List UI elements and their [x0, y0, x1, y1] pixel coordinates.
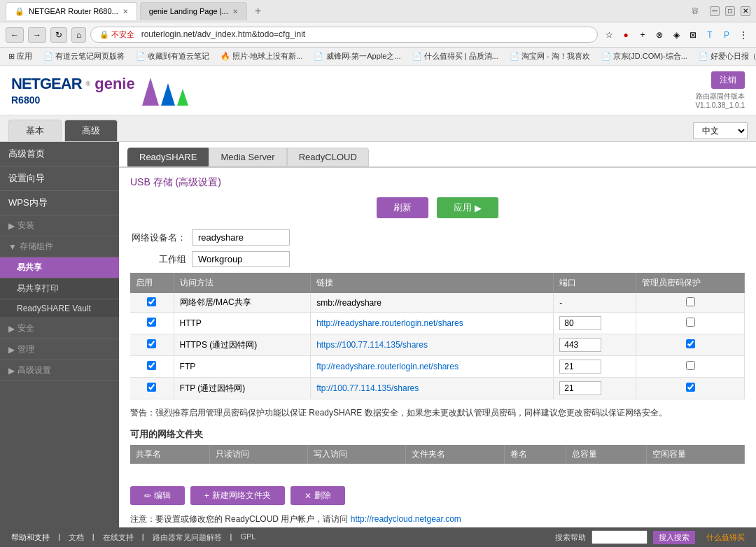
- model-number: R6800: [11, 94, 135, 106]
- protect-http[interactable]: [686, 318, 695, 327]
- minimize-button[interactable]: ─: [710, 6, 720, 16]
- footer-link-docs[interactable]: 文档: [69, 532, 84, 543]
- edit-folder-button[interactable]: ✏ 编辑: [130, 486, 185, 505]
- protect-ftp-wan[interactable]: [686, 383, 695, 392]
- device-name-input[interactable]: [192, 229, 290, 246]
- address-bar[interactable]: 🔒 不安全 routerlogin.net/adv_index.htm&todo…: [90, 27, 598, 43]
- bookmark-apps[interactable]: ⊞ 应用: [6, 50, 35, 63]
- bookmark-8[interactable]: 📄 好爱心日报（QDaily...: [696, 50, 756, 63]
- footer-sep-4: |: [230, 532, 232, 543]
- sidebar-section-security[interactable]: ▶安全: [0, 318, 119, 339]
- protect-ftp[interactable]: [686, 361, 695, 370]
- bookmark-6[interactable]: 📄 淘宝网 - 淘！我喜欢: [507, 50, 593, 63]
- nav-icons: ☆ ● + ⊗ ◈ ⊠ T P ⋮: [602, 28, 750, 42]
- menu-icon[interactable]: ⋮: [736, 28, 750, 42]
- col-protection: 管理员密码保护: [636, 273, 745, 293]
- tab-basic[interactable]: 基本: [8, 120, 62, 141]
- refresh-button[interactable]: 刷新: [377, 197, 428, 218]
- delete-folder-button[interactable]: ✕ 删除: [290, 486, 345, 505]
- netgear-logo: NETGEAR ® genie R6800: [11, 75, 135, 106]
- close-tab-1[interactable]: ✕: [232, 8, 238, 15]
- footer-search-label: 搜索帮助: [555, 532, 586, 543]
- close-tab-0[interactable]: ✕: [122, 8, 128, 15]
- section-title[interactable]: USB 存储 (高级设置): [130, 176, 745, 189]
- cb-smb[interactable]: [147, 297, 156, 306]
- col-port: 端口: [554, 273, 636, 293]
- bookmark-3[interactable]: 🔥 照片·地球上没有新...: [218, 50, 305, 63]
- cb-ftp[interactable]: [147, 361, 156, 370]
- apply-button[interactable]: 应用 ▶: [437, 197, 498, 218]
- port-https[interactable]: [559, 338, 601, 352]
- sub-tab-readycloud[interactable]: ReadyCLOUD: [287, 148, 369, 166]
- nav-icon-3[interactable]: ◈: [669, 28, 683, 42]
- cb-http[interactable]: [147, 318, 156, 327]
- home-button[interactable]: ⌂: [71, 27, 86, 43]
- pinterest-icon[interactable]: ●: [619, 28, 633, 42]
- language-select[interactable]: 中文 English: [693, 122, 748, 139]
- bookmark-5[interactable]: 📄 什么值得买 | 品质消...: [410, 50, 501, 63]
- link-ftp-wan[interactable]: ftp://100.77.114.135/shares: [311, 378, 554, 399]
- sidebar-sub-print[interactable]: 易共享打印: [0, 278, 119, 299]
- close-button[interactable]: ✕: [741, 6, 750, 16]
- sidebar: 高级首页 设置向导 WPS内导 ▶安装 ▼存储组件 易共享 易共享打印 Read…: [0, 142, 119, 527]
- tab-advanced[interactable]: 高级: [64, 120, 118, 141]
- cb-ftp-wan[interactable]: [147, 383, 156, 392]
- new-tab-button[interactable]: +: [250, 3, 267, 20]
- sidebar-sub-vault[interactable]: ReadySHARE Vault: [0, 299, 119, 318]
- footer-sep-1: |: [58, 532, 60, 543]
- sidebar-section-advanced[interactable]: ▶高级设置: [0, 360, 119, 381]
- nav-icon-6[interactable]: P: [720, 28, 734, 42]
- col-link: 链接: [311, 273, 554, 293]
- sidebar-section-manage[interactable]: ▶管理: [0, 339, 119, 360]
- nav-icon-2[interactable]: ⊗: [652, 28, 666, 42]
- bookmark-4[interactable]: 📄 威锋网-第一Apple之...: [311, 50, 403, 63]
- sidebar-section-install[interactable]: ▶安装: [0, 215, 119, 236]
- tab-inactive[interactable]: genie Landing Page |... ✕: [140, 2, 247, 20]
- page-content: NETGEAR ® genie R6800 注销: [0, 66, 756, 547]
- tri-blue: [161, 83, 175, 106]
- sub-tab-readyshare[interactable]: ReadySHARE: [127, 148, 209, 166]
- tab-active[interactable]: 🔒 NETGEAR Router R680... ✕: [6, 2, 137, 20]
- method-http: HTTP: [174, 313, 311, 334]
- new-folder-button[interactable]: + 新建网络文件夹: [190, 486, 285, 505]
- nav-icon-1[interactable]: +: [636, 28, 650, 42]
- cloud-link[interactable]: http://readycloud.netgear.com: [351, 514, 461, 524]
- port-ftp-wan[interactable]: [559, 381, 601, 395]
- star-icon[interactable]: ☆: [602, 28, 616, 42]
- sub-tab-media-server[interactable]: Media Server: [209, 148, 286, 166]
- sidebar-item-setup[interactable]: 设置向导: [0, 166, 119, 191]
- folders-empty-row: [130, 464, 745, 481]
- port-http[interactable]: [559, 316, 601, 330]
- bookmark-7[interactable]: 📄 京东(JD.COM)-综合...: [598, 50, 690, 63]
- sidebar-item-home[interactable]: 高级首页: [0, 142, 119, 166]
- protect-https[interactable]: [686, 339, 695, 348]
- nav-icon-5[interactable]: T: [703, 28, 717, 42]
- footer-link-support[interactable]: 在线支持: [103, 532, 134, 543]
- sidebar-item-wps[interactable]: WPS内导: [0, 191, 119, 215]
- bookmark-1[interactable]: 📄 有道云笔记网页版将: [41, 50, 127, 63]
- link-http[interactable]: http://readyshare.routerlogin.net/shares: [311, 313, 554, 334]
- logout-button[interactable]: 注销: [711, 71, 745, 89]
- sidebar-section-storage[interactable]: ▼存储组件: [0, 236, 119, 257]
- footer-brand: 帮助和支持: [11, 532, 50, 543]
- maximize-button[interactable]: □: [725, 6, 735, 16]
- link-https[interactable]: https://100.77.114.135/shares: [311, 334, 554, 356]
- link-ftp[interactable]: ftp://readyshare.routerlogin.net/shares: [311, 356, 554, 378]
- forward-button[interactable]: →: [28, 27, 46, 43]
- back-button[interactable]: ←: [6, 27, 24, 43]
- workgroup-input[interactable]: [192, 251, 290, 267]
- bookmark-2[interactable]: 📄 收藏到有道云笔记: [133, 50, 212, 63]
- footer-search-button[interactable]: 搜入搜索: [653, 531, 695, 544]
- device-name-row: 网络设备名：: [130, 229, 745, 246]
- reload-button[interactable]: ↻: [50, 27, 67, 43]
- footer-link-gpl[interactable]: GPL: [240, 532, 255, 543]
- protect-smb[interactable]: [686, 297, 695, 306]
- port-ftp[interactable]: [559, 360, 601, 374]
- nav-icon-4[interactable]: ⊠: [686, 28, 700, 42]
- cb-https[interactable]: [147, 339, 156, 348]
- footer-right: 搜索帮助 搜入搜索 什么值得买: [555, 530, 745, 544]
- sidebar-sub-readyshare[interactable]: 易共享: [0, 257, 119, 278]
- footer-link-faq[interactable]: 路由器常见问题解答: [153, 532, 222, 543]
- footer-search-input[interactable]: [592, 530, 648, 544]
- content-area: USB 存储 (高级设置) 刷新 应用 ▶ 网络设备名：: [119, 168, 756, 527]
